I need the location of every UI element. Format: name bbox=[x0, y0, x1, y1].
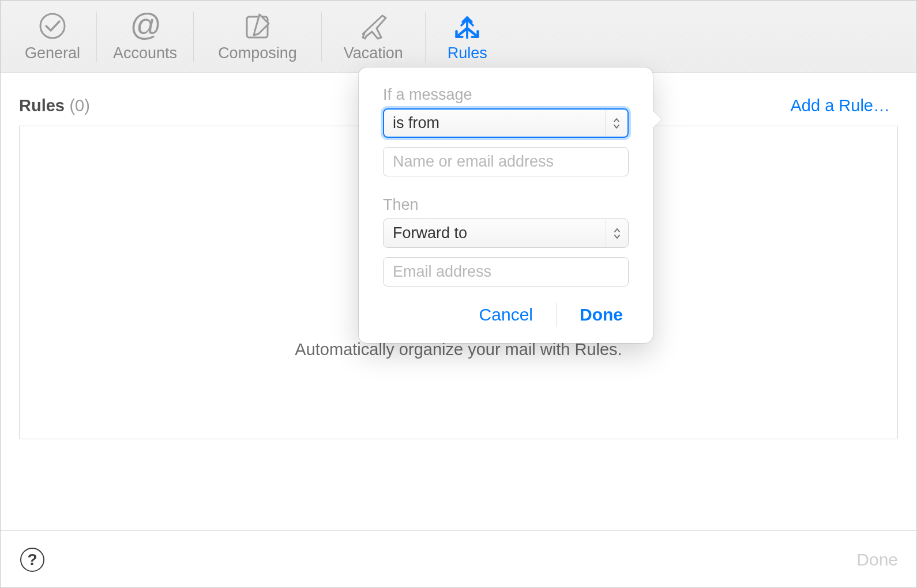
rules-title-group: Rules (0) bbox=[19, 96, 90, 115]
footer-bar: ? Done bbox=[1, 530, 917, 588]
cancel-button[interactable]: Cancel bbox=[473, 303, 539, 327]
question-mark-icon: ? bbox=[27, 551, 37, 569]
tab-label: Accounts bbox=[113, 44, 177, 62]
rules-content: Rules (0) Add a Rule… Automatically orga… bbox=[1, 73, 916, 458]
condition-select[interactable]: is from bbox=[383, 108, 629, 138]
tab-rules[interactable]: Rules bbox=[426, 1, 509, 73]
condition-value-input[interactable] bbox=[383, 147, 629, 176]
action-value-input[interactable] bbox=[383, 257, 629, 287]
svg-text:@: @ bbox=[129, 11, 161, 41]
done-button[interactable]: Done bbox=[574, 303, 629, 327]
condition-label: If a message bbox=[383, 86, 629, 104]
rules-title: Rules bbox=[19, 96, 65, 115]
tab-label: Vacation bbox=[344, 44, 403, 62]
at-sign-icon: @ bbox=[129, 11, 161, 41]
rule-editor-popover: If a message is from Then Forward to bbox=[359, 67, 653, 343]
condition-select-value: is from bbox=[393, 114, 439, 132]
action-select-value: Forward to bbox=[393, 224, 467, 242]
tab-general[interactable]: General bbox=[9, 1, 96, 73]
footer-done-button[interactable]: Done bbox=[856, 550, 898, 570]
tab-label: General bbox=[25, 44, 80, 62]
button-divider bbox=[556, 303, 557, 327]
preferences-toolbar: General @ Accounts Composing Vacation bbox=[1, 1, 916, 73]
tab-vacation[interactable]: Vacation bbox=[322, 1, 425, 73]
rules-arrows-icon bbox=[450, 11, 484, 41]
rules-count: (0) bbox=[69, 96, 89, 115]
action-select[interactable]: Forward to bbox=[383, 218, 629, 248]
popover-button-row: Cancel Done bbox=[383, 303, 629, 327]
chevron-updown-icon bbox=[606, 220, 627, 247]
tab-composing[interactable]: Composing bbox=[194, 1, 321, 73]
chevron-updown-icon bbox=[605, 110, 627, 136]
add-rule-button[interactable]: Add a Rule… bbox=[791, 96, 890, 115]
checkmark-circle-icon bbox=[38, 11, 67, 41]
tab-label: Composing bbox=[218, 44, 297, 62]
action-label: Then bbox=[383, 196, 629, 214]
airplane-icon bbox=[357, 11, 389, 41]
tab-accounts[interactable]: @ Accounts bbox=[97, 1, 193, 73]
compose-icon bbox=[242, 11, 272, 41]
help-button[interactable]: ? bbox=[20, 548, 44, 572]
tab-label: Rules bbox=[448, 44, 487, 62]
svg-point-0 bbox=[40, 14, 65, 38]
